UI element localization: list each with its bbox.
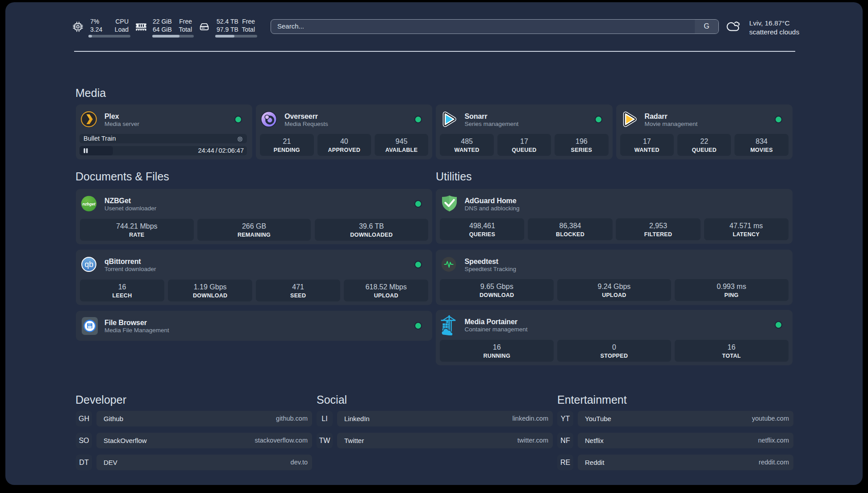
svg-text:nzbget: nzbget: [83, 202, 96, 206]
svg-text:qb: qb: [84, 260, 93, 269]
